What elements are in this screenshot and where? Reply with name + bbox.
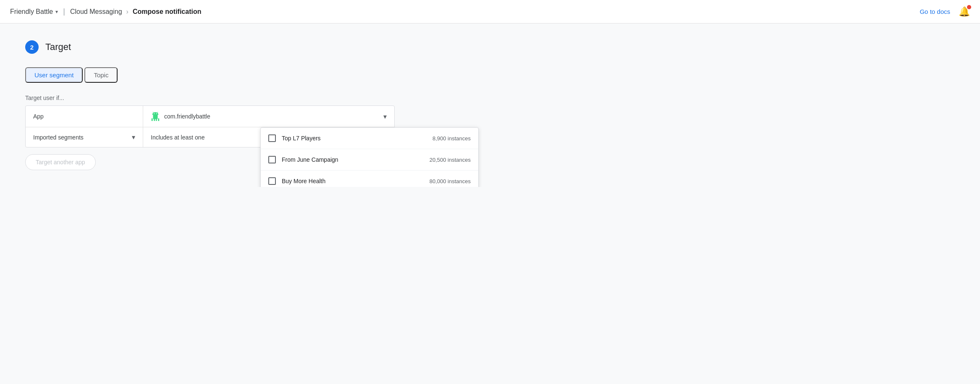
dropdown-count-2: 80,000 instances [430,178,471,184]
imported-segments-cell[interactable]: Imported segments ▾ [26,127,143,147]
app-value-left: com.friendlybattle [151,112,210,121]
target-another-app-button[interactable]: Target another app [25,154,96,170]
dropdown-label-2: Buy More Health [282,178,325,184]
target-user-label: Target user if... [25,95,395,101]
dropdown-item-1[interactable]: From June Campaign 20,500 instances [261,149,478,171]
dropdown-item-left-2: Buy More Health [268,177,325,185]
current-page-label: Compose notification [133,8,202,16]
chevron-down-icon: ▾ [55,9,58,15]
nav-right: Go to docs 🔔 [920,6,970,17]
tab-user-segment[interactable]: User segment [25,67,83,83]
dropdown-label-0: Top L7 Players [282,135,321,142]
checkbox-from-june[interactable] [268,156,276,163]
dropdown-item-2[interactable]: Buy More Health 80,000 instances [261,171,478,187]
step-circle: 2 [25,40,39,54]
nav-separator: | [63,7,65,16]
breadcrumb-arrow: › [126,8,128,16]
android-icon [151,112,160,121]
app-name-label: Friendly Battle [10,8,53,16]
section-header: 2 Target [25,40,395,54]
app-cell-value[interactable]: com.friendlybattle ▾ [143,106,394,127]
nav-left: Friendly Battle ▾ | Cloud Messaging › Co… [10,7,201,16]
checkbox-buy-more[interactable] [268,177,276,185]
segment-dropdown-list: Top L7 Players 8,900 instances From June… [260,127,479,187]
dropdown-count-0: 8,900 instances [432,135,471,142]
section-title: Target [45,42,71,53]
dropdown-count-1: 20,500 instances [430,157,471,163]
dropdown-item-left-0: Top L7 Players [268,134,321,142]
go-to-docs-link[interactable]: Go to docs [920,8,950,15]
notification-badge [967,5,971,9]
main-content: 2 Target User segment Topic Target user … [0,24,420,187]
imported-segments-arrow[interactable]: ▾ [132,133,135,141]
imported-segments-label: Imported segments [33,134,84,141]
dropdown-item-left-1: From June Campaign [268,156,338,163]
app-name-dropdown[interactable]: Friendly Battle ▾ [10,8,58,16]
dropdown-label-1: From June Campaign [282,156,338,163]
condition-table-wrapper: App com.friendlybattle ▾ Imported [25,105,395,147]
app-value-text: com.friendlybattle [164,113,210,120]
top-nav: Friendly Battle ▾ | Cloud Messaging › Co… [0,0,980,24]
dropdown-item-0[interactable]: Top L7 Players 8,900 instances [261,128,478,149]
app-cell-label: App [26,106,143,127]
app-row: App com.friendlybattle ▾ [26,106,394,127]
notifications-wrapper: 🔔 [959,6,970,17]
tab-topic[interactable]: Topic [84,67,118,83]
checkbox-top-l7[interactable] [268,134,276,142]
app-dropdown-arrow[interactable]: ▾ [383,113,387,121]
cloud-messaging-link[interactable]: Cloud Messaging [70,8,122,16]
includes-label: Includes at least one [151,134,204,141]
tabs-container: User segment Topic [25,67,395,83]
